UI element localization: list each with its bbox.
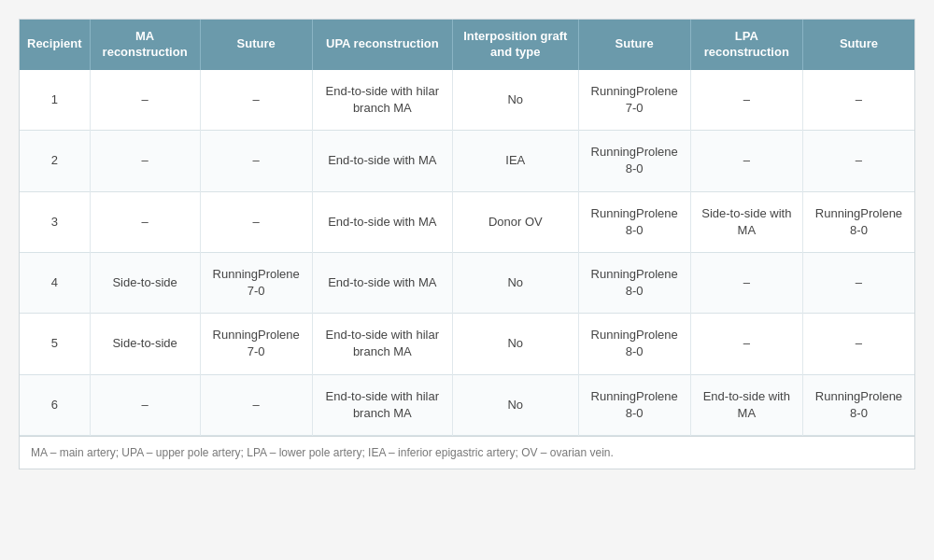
cell-interposition_graft: No <box>452 252 578 313</box>
cell-ma_reconstruction: – <box>90 70 200 131</box>
cell-upa_reconstruction: End-to-side with hilar branch MA <box>312 70 452 131</box>
col-header-interposition-graft: Interposition graft and type <box>452 20 578 70</box>
cell-ma_reconstruction: – <box>90 131 200 191</box>
cell-recipient: 6 <box>20 374 90 435</box>
data-table: Recipient MA reconstruction Suture UPA r… <box>20 20 914 436</box>
table-row: 6––End-to-side with hilar branch MANoRun… <box>20 374 914 435</box>
col-header-upa-reconstruction: UPA reconstruction <box>312 20 452 70</box>
cell-ma_reconstruction: – <box>90 191 200 252</box>
cell-recipient: 3 <box>20 191 90 252</box>
cell-upa_suture: RunningProlene 8-0 <box>578 131 690 191</box>
col-header-suture-1: Suture <box>200 20 312 70</box>
table-footnote: MA – main artery; UPA – upper pole arter… <box>20 436 914 469</box>
cell-ma_reconstruction: Side-to-side <box>90 314 200 374</box>
cell-upa_reconstruction: End-to-side with MA <box>312 252 452 313</box>
table-row: 3––End-to-side with MADonor OVRunningPro… <box>20 191 914 252</box>
cell-lpa_suture: – <box>802 252 914 313</box>
col-header-ma-reconstruction: MA reconstruction <box>90 20 200 70</box>
cell-recipient: 2 <box>20 131 90 191</box>
cell-ma_reconstruction: – <box>90 374 200 435</box>
cell-ma_suture: – <box>200 70 312 131</box>
cell-ma_suture: RunningProlene 7-0 <box>200 314 312 374</box>
cell-upa_suture: RunningProlene 7-0 <box>578 70 690 131</box>
cell-ma_suture: – <box>200 131 312 191</box>
cell-interposition_graft: No <box>452 374 578 435</box>
cell-lpa_suture: RunningProlene 8-0 <box>802 374 914 435</box>
col-header-suture-3: Suture <box>802 20 914 70</box>
cell-upa_reconstruction: End-to-side with hilar branch MA <box>312 314 452 374</box>
cell-recipient: 5 <box>20 314 90 374</box>
table-row: 1––End-to-side with hilar branch MANoRun… <box>20 70 914 131</box>
cell-upa_suture: RunningProlene 8-0 <box>578 191 690 252</box>
cell-interposition_graft: No <box>452 70 578 131</box>
cell-upa_suture: RunningProlene 8-0 <box>578 252 690 313</box>
cell-upa_reconstruction: End-to-side with MA <box>312 191 452 252</box>
cell-upa_suture: RunningProlene 8-0 <box>578 374 690 435</box>
cell-ma_reconstruction: Side-to-side <box>90 252 200 313</box>
col-header-recipient: Recipient <box>20 20 90 70</box>
cell-lpa_reconstruction: End-to-side with MA <box>690 374 802 435</box>
cell-recipient: 1 <box>20 70 90 131</box>
cell-ma_suture: – <box>200 191 312 252</box>
cell-interposition_graft: IEA <box>452 131 578 191</box>
cell-interposition_graft: No <box>452 314 578 374</box>
cell-recipient: 4 <box>20 252 90 313</box>
cell-interposition_graft: Donor OV <box>452 191 578 252</box>
cell-upa_suture: RunningProlene 8-0 <box>578 314 690 374</box>
cell-upa_reconstruction: End-to-side with MA <box>312 131 452 191</box>
cell-lpa_reconstruction: Side-to-side with MA <box>690 191 802 252</box>
cell-lpa_reconstruction: – <box>690 131 802 191</box>
cell-lpa_reconstruction: – <box>690 70 802 131</box>
table-row: 4Side-to-sideRunningProlene 7-0End-to-si… <box>20 252 914 313</box>
cell-upa_reconstruction: End-to-side with hilar branch MA <box>312 374 452 435</box>
col-header-suture-2: Suture <box>578 20 690 70</box>
cell-lpa_suture: – <box>802 314 914 374</box>
col-header-lpa-reconstruction: LPA reconstruction <box>690 20 802 70</box>
cell-lpa_suture: – <box>802 70 914 131</box>
cell-ma_suture: – <box>200 374 312 435</box>
table-row: 2––End-to-side with MAIEARunningProlene … <box>20 131 914 191</box>
table-wrapper: Recipient MA reconstruction Suture UPA r… <box>19 19 915 469</box>
cell-lpa_suture: – <box>802 131 914 191</box>
cell-ma_suture: RunningProlene 7-0 <box>200 252 312 313</box>
table-row: 5Side-to-sideRunningProlene 7-0End-to-si… <box>20 314 914 374</box>
cell-lpa_reconstruction: – <box>690 252 802 313</box>
cell-lpa_suture: RunningProlene 8-0 <box>802 191 914 252</box>
header-row: Recipient MA reconstruction Suture UPA r… <box>20 20 914 70</box>
cell-lpa_reconstruction: – <box>690 314 802 374</box>
